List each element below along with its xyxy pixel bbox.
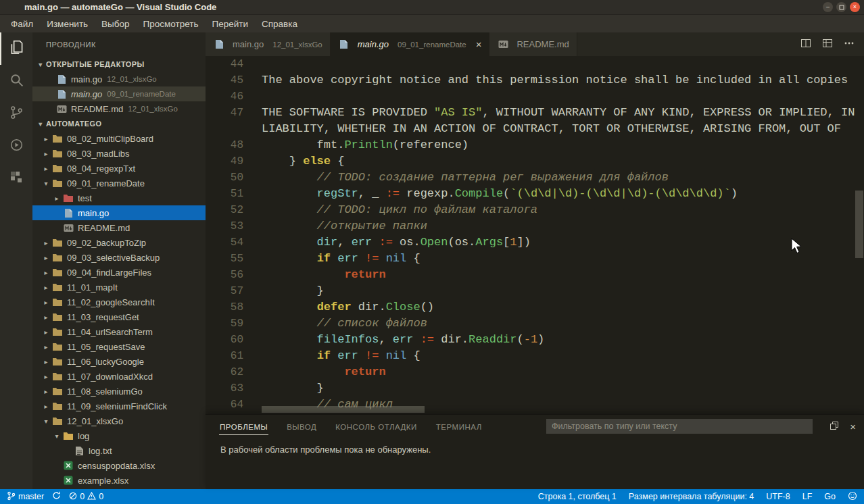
tree-file[interactable]: main.go [32,205,206,220]
line-number: 49 [206,153,243,170]
code-line[interactable]: 51 regStr, _ := regexp.Compile(`(\d\d|\d… [206,186,864,202]
menu-item[interactable]: Выбор [95,15,136,32]
editor-tab[interactable]: main.go12_01_xlsxGo [206,32,331,56]
code-line[interactable]: 50 // TODO: создание паттерна рег выраже… [206,170,864,186]
tree-folder[interactable]: ▸09_03_selectiveBackup [32,250,206,265]
panel-tab[interactable]: ПРОБЛЕМЫ [219,418,268,435]
close-tab-icon[interactable]: × [476,39,482,50]
tree-folder[interactable]: ▾12_01_xlsxGo [32,413,206,428]
tree-folder[interactable]: ▸11_01_mapIt [32,280,206,295]
status-item[interactable]: UTF-8 [766,492,790,501]
code-line[interactable]: 48 fmt.Println(reference) [206,137,864,153]
code-line[interactable]: LIABILITY, WHETHER IN AN ACTION OF CONTR… [206,121,864,137]
activity-source-control[interactable] [0,97,32,130]
section-root-folder[interactable]: ▾ AUTOMATEGO [32,116,206,131]
tree-file[interactable]: example.xlsx [32,473,206,488]
panel-tab[interactable]: КОНСОЛЬ ОТЛАДКИ [335,418,418,435]
chevron-right-icon: ▸ [41,165,51,172]
menu-item[interactable]: Справка [255,15,304,32]
status-item[interactable]: LF [802,492,813,501]
restore-panel-icon[interactable] [830,421,839,432]
code-line[interactable]: 62 return [206,364,864,380]
tree-folder[interactable]: ▸11_08_seleniumGo [32,384,206,399]
chevron-right-icon: ▸ [41,269,51,276]
tree-folder[interactable]: ▸11_06_luckyGoogle [32,354,206,369]
line-number: 56 [206,267,243,283]
maximize-button[interactable] [836,2,846,12]
editor[interactable]: 4445The above copyright notice and this … [206,56,864,414]
tree-file[interactable]: log.txt [32,443,206,458]
code-line[interactable]: 53 //открытие папки [206,218,864,234]
tree-folder[interactable]: ▸08_04_regexpTxt [32,161,206,176]
code-line[interactable]: 54 dir, err := os.Open(os.Args[1]) [206,234,864,251]
code-line[interactable]: 60 fileInfos, err := dir.Readdir(-1) [206,332,864,348]
menu-item[interactable]: Просмотреть [137,15,206,32]
status-item[interactable]: Строка 1, столбец 1 [538,492,617,501]
panel-tab[interactable]: ТЕРМИНАЛ [435,418,483,435]
status-item[interactable]: Go [824,492,836,501]
tree-folder[interactable]: ▸08_03_madLibs [32,146,206,161]
open-editor-item[interactable]: README.md12_01_xlsxGo [32,101,206,116]
code-line[interactable]: 45The above copyright notice and this pe… [206,72,864,89]
feedback-smiley-icon[interactable] [848,491,857,503]
layout-icon[interactable] [822,38,833,51]
menu-item[interactable]: Перейти [206,15,256,32]
code-line[interactable]: 63 } [206,380,864,397]
horizontal-scrollbar[interactable] [262,406,425,413]
vertical-scrollbar[interactable] [855,191,863,258]
editor-actions [800,32,864,56]
tree-folder[interactable]: ▸11_03_requestGet [32,309,206,324]
tree-folder[interactable]: ▸11_09_seleniumFindClick [32,399,206,413]
tree-folder[interactable]: ▸11_04_urlSearchTerm [32,324,206,339]
sync-button[interactable] [52,491,61,502]
more-actions-icon[interactable] [844,38,855,51]
folder-icon [51,178,64,188]
menu-item[interactable]: Файл [4,15,40,32]
section-open-editors[interactable]: ▾ ОТКРЫТЫЕ РЕДАКТОРЫ [32,57,206,72]
activity-search[interactable] [0,65,32,97]
files-icon [8,39,26,59]
menu-item[interactable]: Изменить [40,15,95,32]
code-line[interactable]: 58 defer dir.Close() [206,299,864,316]
code-line[interactable]: 61 if err != nil { [206,348,864,364]
tree-folder[interactable]: ▸11_05_requestSave [32,339,206,354]
tree-folder[interactable]: ▸11_02_googleSearchIt [32,295,206,309]
code-text: fmt.Println(reference) [262,137,469,153]
md-file-icon [497,39,509,50]
close-button[interactable]: × [850,2,860,12]
close-panel-icon[interactable]: × [850,421,856,432]
code-line[interactable]: 44 [206,56,864,72]
code-line[interactable]: 49 } else { [206,153,864,170]
tree-folder[interactable]: ▸09_04_findLargeFiles [32,265,206,280]
code-line[interactable]: 59 // список файлов [206,316,864,332]
code-line[interactable]: 56 return [206,267,864,283]
code-line[interactable]: 47THE SOFTWARE IS PROVIDED "AS IS", WITH… [206,105,864,121]
activity-extensions[interactable] [0,162,32,195]
tree-folder[interactable]: ▸08_02_multiClipBoard [32,131,206,146]
tree-folder[interactable]: ▸09_02_backupToZip [32,235,206,250]
tree-folder[interactable]: ▾09_01_renameDate [32,176,206,191]
code-line[interactable]: 57 } [206,283,864,299]
editor-tab[interactable]: README.md [489,32,577,56]
open-editor-item[interactable]: main.go12_01_xlsxGo [32,72,206,86]
problems-filter-input[interactable] [546,419,813,434]
tree-file[interactable]: censuspopdata.xlsx [32,458,206,473]
line-number: 46 [206,89,243,105]
git-branch-status[interactable]: master [7,491,44,503]
panel-tab[interactable]: ВЫВОД [286,418,317,435]
status-item[interactable]: Размер интервала табуляции: 4 [629,492,754,501]
code-line[interactable]: 52 // TODO: цикл по файлам каталога [206,202,864,218]
tree-file[interactable]: README.md [32,220,206,235]
tree-folder[interactable]: ▾log [32,428,206,443]
activity-files[interactable] [0,32,32,65]
problems-status[interactable]: 0 0 [69,492,103,502]
code-line[interactable]: 55 if err != nil { [206,251,864,267]
tree-folder[interactable]: ▸11_07_downloadXkcd [32,369,206,384]
tree-folder[interactable]: ▸test [32,191,206,205]
activity-debug[interactable] [0,130,32,162]
code-line[interactable]: 46 [206,89,864,105]
open-editor-item[interactable]: main.go09_01_renameDate [32,86,206,101]
minimize-button[interactable]: – [823,2,833,12]
split-editor-icon[interactable] [800,38,811,51]
editor-tab[interactable]: main.go09_01_renameDate× [331,32,490,56]
